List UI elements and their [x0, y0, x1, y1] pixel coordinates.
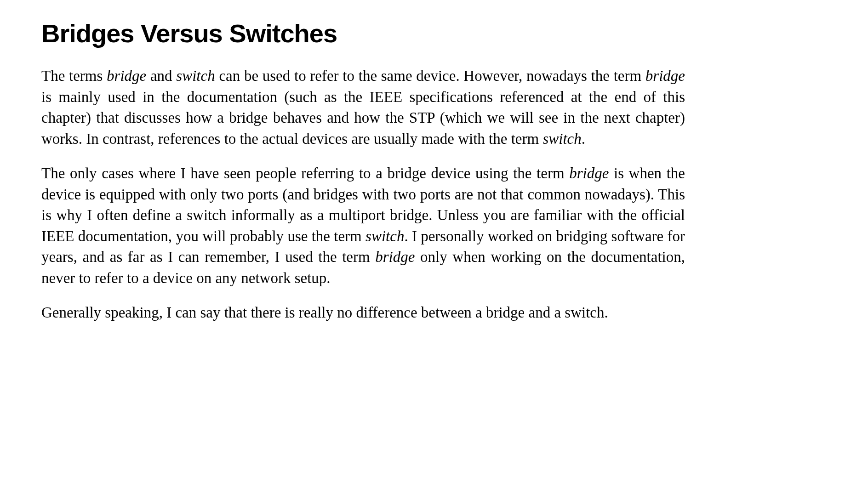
italic-term-bridge: bridge — [107, 68, 146, 84]
italic-term-bridge: bridge — [375, 249, 415, 265]
italic-term-switch: switch — [176, 68, 215, 84]
text-run: The terms — [41, 68, 107, 84]
text-run: is mainly used in the documentation (suc… — [41, 89, 685, 147]
section-heading: Bridges Versus Switches — [41, 18, 685, 48]
italic-term-switch: switch — [542, 131, 581, 147]
text-run: Generally speaking, I can say that there… — [41, 304, 608, 321]
text-run: . — [582, 131, 585, 147]
paragraph-2: The only cases where I have seen people … — [41, 163, 685, 289]
paragraph-1: The terms bridge and switch can be used … — [41, 66, 685, 149]
text-run: and — [146, 68, 176, 84]
paragraph-3: Generally speaking, I can say that there… — [41, 302, 685, 324]
italic-term-switch: switch — [365, 228, 404, 244]
italic-term-bridge: bridge — [569, 165, 609, 182]
italic-term-bridge: bridge — [645, 68, 685, 84]
text-run: can be used to refer to the same device.… — [215, 68, 645, 84]
document-content: Bridges Versus Switches The terms bridge… — [41, 18, 685, 324]
text-run: The only cases where I have seen people … — [41, 165, 569, 182]
